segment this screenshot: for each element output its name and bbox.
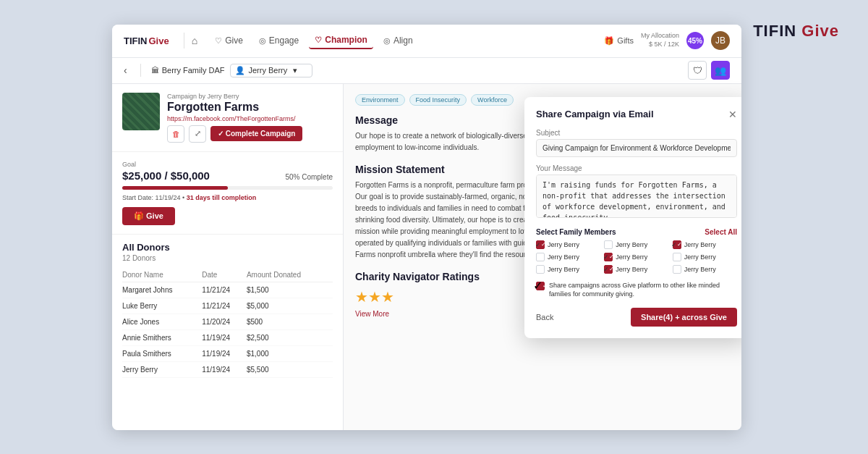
goal-pct: 50% Complete (285, 173, 333, 181)
family-member-checkbox[interactable] (673, 253, 681, 261)
allocation-pct-badge: 45% (686, 32, 704, 49)
table-row: Paula Smithers 11/19/24 $1,000 (122, 345, 333, 361)
select-all-link[interactable]: Select All (705, 228, 737, 236)
donor-date: 11/19/24 (202, 345, 247, 361)
campaign-header: Campaign by Jerry Berry Forgotten Farms … (112, 84, 343, 152)
family-member-checkbox[interactable]: ✓ (673, 240, 681, 249)
donor-amount: $500 (247, 314, 333, 329)
delete-button[interactable]: 🗑 (167, 125, 184, 143)
shield-icon-btn[interactable]: 🛡 (688, 61, 707, 80)
family-member-name: Jerry Berry (684, 253, 716, 261)
complete-campaign-button[interactable]: ✓ Complete Campaign (210, 126, 302, 141)
gifts-button[interactable]: 🎁 Gifts (604, 36, 634, 46)
donors-count: 12 Donors (122, 254, 333, 262)
back-button-modal[interactable]: Back (536, 313, 553, 321)
goal-amount: $25,000 / $50,000 (122, 169, 210, 182)
email-modal: Share Campaign via Email ✕ Subject Your … (524, 97, 741, 338)
gift-icon: 🎁 (604, 36, 614, 46)
progress-bar-fill (122, 186, 228, 190)
user-icon: 👤 (235, 66, 245, 75)
daf-icon: 🏛 (151, 66, 159, 75)
donors-title: All Donors (122, 242, 333, 253)
campaign-title: Forgotten Farms (167, 100, 333, 114)
family-member-checkbox[interactable]: ✓ (536, 240, 545, 249)
donor-amount: $5,000 (247, 298, 333, 314)
family-member-checkbox[interactable] (673, 265, 681, 274)
family-member-checkbox[interactable]: ✓ (604, 253, 613, 261)
family-member: ✓ Jerry Berry (536, 240, 600, 249)
modal-header: Share Campaign via Email ✕ (536, 109, 737, 120)
left-panel: Campaign by Jerry Berry Forgotten Farms … (112, 84, 344, 430)
nav-right: 🎁 Gifts My Allocation $ 5K / 12K 45% JB (604, 31, 730, 50)
family-member-name: Jerry Berry (548, 253, 579, 261)
modal-title: Share Campaign via Email (536, 109, 654, 119)
home-icon[interactable]: ⌂ (192, 35, 197, 46)
nav-brand-tifin: TIFIN (124, 35, 148, 46)
family-member-name: Jerry Berry (616, 253, 647, 261)
family-member-name: Jerry Berry (548, 241, 579, 248)
family-member-name: Jerry Berry (548, 266, 579, 273)
champion-icon: ♡ (315, 35, 322, 45)
subject-input[interactable] (536, 139, 737, 157)
avatar[interactable]: JB (711, 31, 730, 50)
brand-give: Give (801, 22, 839, 40)
goal-label: Goal (122, 161, 333, 168)
allocation-block: My Allocation $ 5K / 12K (641, 32, 679, 49)
nav-align[interactable]: ◎ Align (378, 33, 419, 49)
family-member-name: Jerry Berry (616, 266, 647, 273)
message-label: Your Message (536, 164, 737, 172)
donor-name: Luke Berry (122, 298, 202, 314)
family-member: Jerry Berry (536, 253, 600, 261)
donor-date: 11/21/24 (202, 298, 247, 314)
family-section-label: Select Family Members Select All (536, 228, 737, 236)
col-date: Date (202, 268, 247, 282)
donor-name: Alice Jones (122, 314, 202, 329)
table-row: Margaret Johns 11/21/24 $1,500 (122, 282, 333, 298)
share-platforms: ✓ Share campaigns across Give platform t… (536, 281, 737, 299)
donor-name: Jerry Berry (122, 361, 202, 377)
back-button[interactable]: ‹ (124, 64, 127, 76)
campaign-img-inner (122, 93, 160, 130)
chevron-down-icon: ▾ (293, 66, 297, 75)
subject-label: Subject (536, 129, 737, 137)
message-textarea[interactable] (536, 175, 737, 218)
user-select[interactable]: 👤 Jerry Berry ▾ (230, 64, 312, 77)
table-row: Annie Smithers 11/19/24 $2,500 (122, 329, 333, 345)
nav-give[interactable]: ♡ Give (209, 33, 249, 49)
donor-date: 11/19/24 (202, 361, 247, 377)
nav-brand: TIFIN Give (124, 35, 169, 46)
col-donor-name: Donor Name (122, 268, 202, 282)
campaign-actions: 🗑 ⤢ ✓ Complete Campaign (167, 125, 333, 143)
family-member-checkbox[interactable] (536, 253, 545, 261)
app-window: TIFIN Give ⌂ ♡ Give ◎ Engage ♡ Champion … (112, 25, 741, 430)
family-member-checkbox[interactable]: ✓ (604, 265, 613, 274)
table-row: Jerry Berry 11/19/24 $5,500 (122, 361, 333, 377)
engage-icon: ◎ (259, 36, 266, 46)
nav-engage[interactable]: ◎ Engage (253, 33, 305, 49)
sub-nav-actions: 🛡 👥 (688, 61, 730, 80)
family-grid: ✓ Jerry Berry Jerry Berry ✓ Jerry Berry … (536, 240, 737, 274)
family-member: ✓ Jerry Berry (604, 265, 668, 274)
family-member-name: Jerry Berry (684, 266, 716, 273)
users-icon-btn[interactable]: 👥 (711, 61, 730, 80)
family-member-checkbox[interactable] (536, 265, 545, 274)
share-platform-text: Share campaigns across Give platform to … (549, 281, 737, 299)
give-button[interactable]: 🎁 Give (122, 207, 175, 225)
progress-bar-bg (122, 186, 333, 190)
share-platform-checkbox[interactable]: ✓ (536, 282, 545, 290)
donor-date: 11/20/24 (202, 314, 247, 329)
campaign-url[interactable]: https://m.facebook.com/TheForgottenFarms… (167, 115, 333, 122)
family-member: ✓ Jerry Berry (604, 253, 668, 261)
donor-date: 11/21/24 (202, 282, 247, 298)
modal-footer: Back Share(4) + across Give (536, 308, 737, 327)
nav-champion[interactable]: ♡ Champion (309, 32, 373, 49)
share-primary-button[interactable]: Share(4) + across Give (631, 308, 737, 327)
family-member: Jerry Berry (673, 253, 737, 261)
donor-amount: $2,500 (247, 329, 333, 345)
family-member-checkbox[interactable] (604, 240, 613, 249)
daf-label: 🏛 Berry Family DAF (151, 66, 225, 75)
modal-close-button[interactable]: ✕ (728, 109, 737, 120)
top-nav: TIFIN Give ⌂ ♡ Give ◎ Engage ♡ Champion … (112, 25, 741, 58)
share-button[interactable]: ⤢ (189, 125, 206, 143)
col-amount: Amount Donated (247, 268, 333, 282)
